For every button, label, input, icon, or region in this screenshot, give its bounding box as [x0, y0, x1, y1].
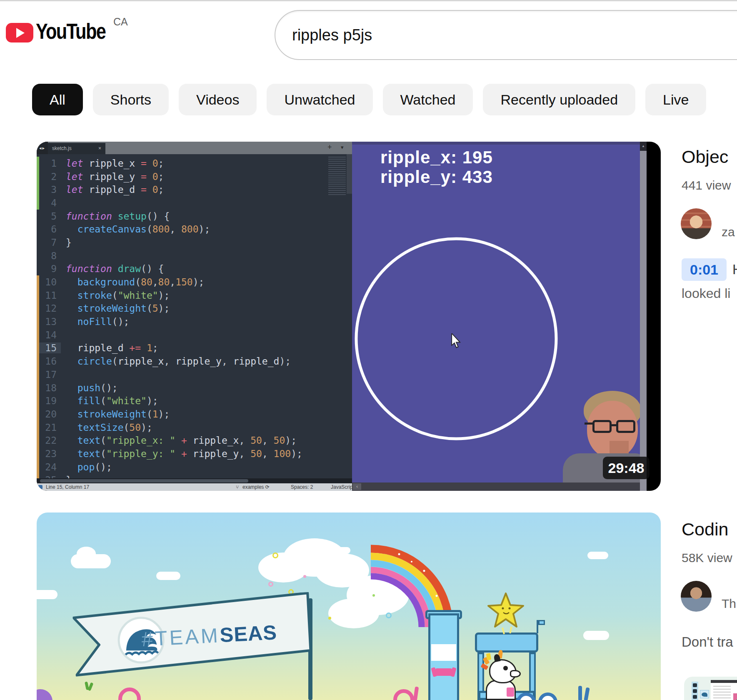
- tab-label: sketch.js: [52, 143, 72, 154]
- star-character: [486, 592, 526, 631]
- status-icon: [38, 485, 42, 489]
- code-line: 2let ripple_y = 0;: [37, 170, 352, 183]
- code-line: 4: [37, 196, 352, 210]
- banner-text-bold: SEAS: [219, 621, 277, 646]
- video-views-2: 58K view: [682, 551, 732, 565]
- mini-icon: [693, 695, 697, 699]
- mini-browser-bar: [711, 680, 737, 683]
- search-input[interactable]: [292, 10, 625, 60]
- code-line: 3let ripple_d = 0;: [37, 183, 352, 196]
- tab-close-icon: ×: [98, 143, 101, 154]
- video-thumbnail-1[interactable]: ◂▸ sketch.js × + ▾ 1let ripple_x = 0;2le…: [37, 142, 661, 491]
- glasses-bridge: [610, 424, 617, 426]
- channel-avatar-2[interactable]: [681, 581, 712, 612]
- code-line: 18 push();: [37, 381, 352, 395]
- code-line: 11 stroke("white");: [37, 289, 352, 302]
- preview-back-icon: ‹: [353, 483, 361, 490]
- channel-name-2[interactable]: Th: [722, 597, 736, 611]
- video-views-1: 441 view: [682, 178, 731, 192]
- play-icon: [6, 23, 33, 42]
- mini-image: [733, 693, 737, 700]
- status-cursor-position: Line 15, Column 17: [46, 483, 89, 491]
- code-line: 9function draw() {: [37, 262, 352, 276]
- mini-text-lines: [713, 686, 731, 700]
- video-title-1[interactable]: Objec: [682, 147, 728, 167]
- machine-platform: [475, 632, 538, 652]
- logo-region-label: CA: [113, 16, 128, 28]
- glasses-right-lens: [616, 420, 635, 433]
- tab-menu-caret-icon: ▾: [341, 144, 344, 150]
- pipe-band: [431, 644, 456, 661]
- machine-flag: [538, 620, 545, 625]
- candy-icon: [435, 668, 452, 676]
- filter-chip-unwatched[interactable]: Unwatched: [267, 84, 372, 115]
- code-line: 1let ripple_x = 0;: [37, 157, 352, 170]
- canvas-overlay-ripple-x: ripple_x: 195: [380, 148, 493, 168]
- mini-icon: [693, 689, 697, 693]
- code-line: 19 fill("white");: [37, 394, 352, 408]
- editor-scrollbar: [347, 154, 352, 194]
- editor-minimap: [328, 157, 346, 195]
- filter-chip-recently-uploaded[interactable]: Recently uploaded: [483, 84, 635, 115]
- status-examples: examples ⟳: [242, 483, 270, 491]
- mouse-cursor-icon: [450, 333, 462, 348]
- editor-hscrollbar-thumb: [40, 479, 248, 482]
- youtube-wordmark[interactable]: YouTube: [36, 20, 105, 44]
- code-line: 23 text("ripple_y: " + ripple_y, 50, 100…: [37, 447, 352, 460]
- filter-chip-bar: AllShortsVideosUnwatchedWatchedRecently …: [32, 84, 706, 115]
- editor-tab-sketchjs: sketch.js ×: [48, 143, 105, 154]
- doodle-bracket: [578, 686, 582, 700]
- mini-wave-icon: [700, 690, 709, 698]
- video-title-2[interactable]: Codin: [682, 519, 728, 540]
- comment-snippet-start: H: [732, 262, 737, 278]
- comment-timestamp-link[interactable]: 0:01: [682, 258, 727, 281]
- preview-bottom-strip: ‹: [352, 482, 640, 491]
- code-line: 6 createCanvas(800, 800);: [37, 222, 352, 236]
- teamseas-banner: #TEAMSEAS: [72, 591, 326, 692]
- unicorn-dog-eye: [503, 666, 508, 670]
- video-duration-badge: 29:48: [603, 457, 650, 479]
- code-line: 8: [37, 249, 352, 262]
- code-line: 12 strokeWeight(5);: [37, 302, 352, 315]
- code-line: 21 textSize(50);: [37, 421, 352, 434]
- unicorn-dog-snout: [510, 670, 521, 678]
- scrollbar-up-icon: ▲: [640, 142, 647, 151]
- preview-scrollbar: ▲: [640, 142, 647, 491]
- channel-avatar-1[interactable]: [681, 208, 712, 239]
- page-top-divider: [0, 0, 737, 1]
- filter-chip-live[interactable]: Live: [645, 84, 706, 115]
- canvas-overlay-ripple-y: ripple_y: 433: [380, 167, 493, 187]
- editor-nav-arrows-icon: ◂▸: [37, 142, 48, 154]
- editor-status-bar: Line 15, Column 17 ⑂ examples ⟳ Spaces: …: [37, 483, 352, 491]
- filter-chip-all[interactable]: All: [32, 84, 83, 115]
- code-line: 22 text("ripple_x: " + ripple_x, 50, 50)…: [37, 434, 352, 447]
- status-spaces: Spaces: 2: [291, 483, 313, 491]
- p5-canvas-preview: ripple_x: 195 ripple_y: 433: [352, 142, 640, 482]
- channel-name-1[interactable]: za: [722, 225, 735, 239]
- code-lines: 1let ripple_x = 0;2let ripple_y = 0;3let…: [37, 154, 352, 478]
- code-line: 24 pop();: [37, 460, 352, 474]
- status-branch-icon: ⑂: [236, 483, 239, 491]
- video-thumbnail-2[interactable]: #TEAMSEAS: [37, 512, 661, 700]
- filter-chip-watched[interactable]: Watched: [383, 84, 473, 115]
- code-line: 14: [37, 328, 352, 342]
- code-line: 15 ripple_d += 1;: [37, 342, 352, 355]
- code-line: 10 background(80,80,150);: [37, 275, 352, 289]
- status-language: JavaScript: [331, 483, 354, 491]
- filter-chip-shorts[interactable]: Shorts: [93, 84, 169, 115]
- banner-text-light: #TEAM: [141, 624, 220, 650]
- code-line: 7}: [37, 236, 352, 249]
- pink-cup: [507, 688, 514, 697]
- filter-chip-videos[interactable]: Videos: [179, 84, 257, 115]
- youtube-logo-icon[interactable]: [6, 23, 33, 42]
- glasses-left-lens: [592, 420, 612, 433]
- code-editor: 1let ripple_x = 0;2let ripple_y = 0;3let…: [37, 154, 352, 478]
- code-line: 25}: [37, 474, 352, 479]
- comment-snippet-line2: looked li: [682, 286, 730, 301]
- new-tab-icon: +: [327, 143, 332, 152]
- mini-icon: [693, 683, 697, 687]
- video-description-snippet: Don't tra: [682, 634, 733, 650]
- description-preview-card[interactable]: [684, 677, 737, 700]
- code-line: 5function setup() {: [37, 210, 352, 223]
- glasses-temple: [585, 422, 594, 425]
